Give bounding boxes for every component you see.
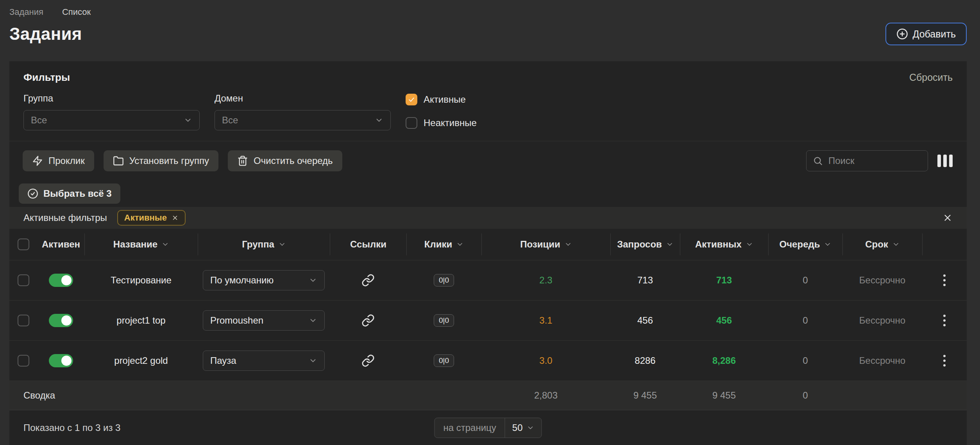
select-all-button[interactable]: Выбрать всё 3 <box>19 183 120 204</box>
link-icon[interactable] <box>361 274 375 287</box>
row-checkbox[interactable] <box>18 274 29 286</box>
tasks-page: Задания Список Задания Добавить Фильтры … <box>0 0 980 445</box>
plus-circle-icon <box>896 28 908 40</box>
shown-range-text: Показано с 1 по 3 из 3 <box>23 422 120 433</box>
positions-value: 3.1 <box>481 315 610 326</box>
sort-chevron-icon <box>666 240 674 248</box>
reset-filters-button[interactable]: Сбросить <box>909 72 953 83</box>
row-checkbox[interactable] <box>18 315 29 326</box>
group-filter-field: Группа Все <box>23 93 200 130</box>
column-header-active-count[interactable]: Активных <box>680 233 768 255</box>
active-checkbox[interactable] <box>406 94 417 105</box>
summary-row: Сводка 2,803 9 455 9 455 0 <box>9 381 967 410</box>
breadcrumb-current: Список <box>62 7 91 17</box>
set-group-button[interactable]: Установить группу <box>104 150 218 171</box>
chip-remove-icon[interactable] <box>172 214 179 221</box>
search-icon <box>813 156 823 166</box>
inactive-checkbox-label: Неактивные <box>424 117 477 128</box>
main-panel: Фильтры Сбросить Группа Все Домен Все <box>9 61 967 445</box>
proklik-button[interactable]: Проклик <box>23 150 94 171</box>
row-group-select[interactable]: Promoushen <box>203 310 325 331</box>
term-value: Бессрочно <box>842 315 922 326</box>
domain-filter-field: Домен Все <box>215 93 391 130</box>
column-header-term[interactable]: Срок <box>842 233 922 255</box>
row-active-toggle[interactable] <box>49 354 73 367</box>
sort-chevron-icon <box>746 240 753 248</box>
row-menu-icon[interactable] <box>940 352 949 370</box>
clear-queue-button-label: Очистить очередь <box>254 155 333 166</box>
group-filter-label: Группа <box>23 93 200 104</box>
column-header-group[interactable]: Группа <box>198 233 330 255</box>
row-menu-icon[interactable] <box>940 271 949 289</box>
column-header-clicks[interactable]: Клики <box>406 233 481 255</box>
clicks-badge: 0|0 <box>434 354 454 367</box>
check-circle-icon <box>27 188 38 199</box>
column-header-requests[interactable]: Запросов <box>610 233 680 255</box>
sort-chevron-icon <box>824 240 832 248</box>
header-select-checkbox[interactable] <box>18 239 29 250</box>
column-header-positions[interactable]: Позиции <box>481 233 610 255</box>
summary-queue: 0 <box>768 390 842 401</box>
active-count-value: 8,286 <box>680 355 768 366</box>
filters-title: Фильтры <box>23 71 70 84</box>
filter-chip-label: Активные <box>124 213 167 223</box>
active-checkbox-row[interactable]: Активные <box>406 94 477 105</box>
breadcrumb: Задания Список <box>9 7 967 17</box>
clear-queue-button[interactable]: Очистить очередь <box>228 150 342 171</box>
inactive-checkbox[interactable] <box>406 117 417 129</box>
term-value: Бессрочно <box>842 355 922 366</box>
row-group-select[interactable]: Пауза <box>203 351 325 371</box>
domain-filter-value: Все <box>222 115 238 126</box>
requests-value: 8286 <box>610 355 680 366</box>
column-header-links: Ссылки <box>330 233 406 255</box>
row-group-value: Пауза <box>210 355 236 366</box>
link-icon[interactable] <box>361 314 375 327</box>
chevron-down-icon <box>309 356 317 365</box>
group-filter-value: Все <box>31 115 47 126</box>
row-menu-icon[interactable] <box>940 312 949 329</box>
filters-section: Фильтры Сбросить Группа Все Домен Все <box>9 61 967 141</box>
close-icon <box>942 213 953 223</box>
clicks-badge: 0|0 <box>434 274 454 287</box>
per-page-value: 50 <box>512 422 523 433</box>
row-group-value: По умолчанию <box>210 275 274 286</box>
select-all-label: Выбрать всё 3 <box>43 188 112 199</box>
inactive-checkbox-row[interactable]: Неактивные <box>406 117 477 129</box>
search-input[interactable] <box>828 155 921 166</box>
filter-chip-active[interactable]: Активные <box>117 210 186 226</box>
column-header-queue[interactable]: Очередь <box>768 233 842 255</box>
row-name: Тестирование <box>84 275 198 286</box>
column-header-name[interactable]: Название <box>84 233 198 255</box>
requests-value: 713 <box>610 275 680 286</box>
row-active-toggle[interactable] <box>49 274 73 287</box>
row-active-toggle[interactable] <box>49 314 73 327</box>
row-group-select[interactable]: По умолчанию <box>203 270 325 290</box>
row-checkbox[interactable] <box>18 355 29 367</box>
clear-all-filters-icon[interactable] <box>942 213 953 223</box>
chevron-down-icon <box>375 116 383 125</box>
queue-value: 0 <box>768 315 842 326</box>
sort-chevron-icon <box>161 240 169 248</box>
columns-settings-icon[interactable] <box>937 155 953 167</box>
active-filters-label: Активные фильтры <box>23 212 107 223</box>
per-page-select[interactable]: на страницу 50 <box>434 418 542 438</box>
queue-value: 0 <box>768 275 842 286</box>
requests-value: 456 <box>610 315 680 326</box>
group-filter-select[interactable]: Все <box>23 110 200 130</box>
folder-icon <box>113 155 124 166</box>
add-button[interactable]: Добавить <box>885 23 967 45</box>
breadcrumb-root[interactable]: Задания <box>9 7 43 17</box>
chevron-down-icon <box>309 276 317 285</box>
sort-chevron-icon <box>278 240 286 248</box>
active-count-value: 456 <box>680 315 768 326</box>
domain-filter-select[interactable]: Все <box>215 110 391 130</box>
link-icon[interactable] <box>361 354 375 367</box>
chevron-down-icon <box>527 424 535 432</box>
toolbar: Проклик Установить группу Очистить очере… <box>9 141 967 180</box>
chevron-down-icon <box>184 116 192 125</box>
sort-chevron-icon <box>892 240 900 248</box>
add-button-label: Добавить <box>913 28 956 40</box>
table-row: project2 gold Пауза 0|0 3.0 8286 8,286 0… <box>9 340 967 381</box>
active-checkbox-label: Активные <box>424 94 466 105</box>
table-row: Тестирование По умолчанию 0|0 2.3 713 71… <box>9 260 967 300</box>
